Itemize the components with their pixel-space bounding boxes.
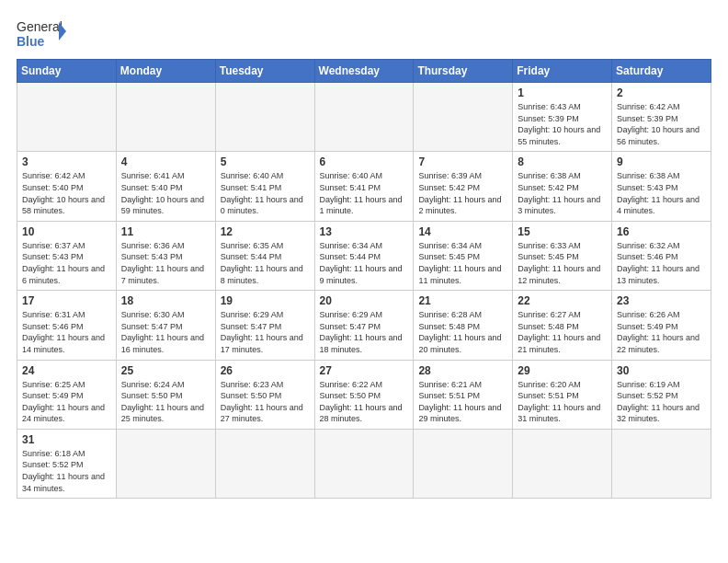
day-number: 25 <box>121 364 210 377</box>
day-info: Sunrise: 6:34 AM Sunset: 5:45 PM Dayligh… <box>418 240 507 286</box>
day-number: 3 <box>22 155 111 168</box>
page: General Blue SundayMondayTuesdayWednesda… <box>0 0 728 563</box>
calendar-day-cell: 14Sunrise: 6:34 AM Sunset: 5:45 PM Dayli… <box>414 221 513 290</box>
day-info: Sunrise: 6:23 AM Sunset: 5:50 PM Dayligh… <box>221 379 310 425</box>
calendar-day-cell: 20Sunrise: 6:29 AM Sunset: 5:47 PM Dayli… <box>314 291 414 360</box>
calendar-day-cell: 6Sunrise: 6:40 AM Sunset: 5:41 PM Daylig… <box>314 152 414 221</box>
day-info: Sunrise: 6:33 AM Sunset: 5:45 PM Dayligh… <box>518 240 607 286</box>
day-info: Sunrise: 6:29 AM Sunset: 5:47 PM Dayligh… <box>221 309 310 355</box>
day-info: Sunrise: 6:21 AM Sunset: 5:51 PM Dayligh… <box>418 379 507 425</box>
day-info: Sunrise: 6:43 AM Sunset: 5:39 PM Dayligh… <box>518 101 607 147</box>
calendar-day-cell <box>215 429 314 498</box>
day-number: 20 <box>320 294 409 307</box>
day-info: Sunrise: 6:38 AM Sunset: 5:43 PM Dayligh… <box>617 170 706 216</box>
day-info: Sunrise: 6:38 AM Sunset: 5:42 PM Dayligh… <box>518 170 607 216</box>
day-number: 30 <box>617 364 706 377</box>
calendar-day-cell: 9Sunrise: 6:38 AM Sunset: 5:43 PM Daylig… <box>612 152 711 221</box>
day-number: 31 <box>22 433 111 446</box>
calendar-day-cell: 10Sunrise: 6:37 AM Sunset: 5:43 PM Dayli… <box>17 221 117 290</box>
calendar-day-cell <box>116 83 215 152</box>
day-number: 1 <box>518 86 607 99</box>
calendar-week-row: 24Sunrise: 6:25 AM Sunset: 5:49 PM Dayli… <box>17 360 711 429</box>
calendar-day-cell: 23Sunrise: 6:26 AM Sunset: 5:49 PM Dayli… <box>612 291 711 360</box>
day-info: Sunrise: 6:18 AM Sunset: 5:52 PM Dayligh… <box>22 448 111 494</box>
day-number: 16 <box>617 225 706 238</box>
header: General Blue <box>17 17 711 50</box>
calendar-header-cell: Saturday <box>612 60 711 83</box>
day-number: 15 <box>518 225 607 238</box>
day-number: 19 <box>221 294 310 307</box>
calendar-day-cell: 31Sunrise: 6:18 AM Sunset: 5:52 PM Dayli… <box>17 429 117 498</box>
calendar-day-cell <box>314 429 414 498</box>
calendar-day-cell: 30Sunrise: 6:19 AM Sunset: 5:52 PM Dayli… <box>612 360 711 429</box>
calendar: SundayMondayTuesdayWednesdayThursdayFrid… <box>17 59 711 499</box>
day-number: 26 <box>221 364 310 377</box>
day-number: 4 <box>121 155 210 168</box>
day-info: Sunrise: 6:25 AM Sunset: 5:49 PM Dayligh… <box>22 379 111 425</box>
calendar-day-cell: 21Sunrise: 6:28 AM Sunset: 5:48 PM Dayli… <box>414 291 513 360</box>
calendar-day-cell <box>414 83 513 152</box>
day-info: Sunrise: 6:26 AM Sunset: 5:49 PM Dayligh… <box>617 309 706 355</box>
calendar-week-row: 17Sunrise: 6:31 AM Sunset: 5:46 PM Dayli… <box>17 291 711 360</box>
day-info: Sunrise: 6:42 AM Sunset: 5:40 PM Dayligh… <box>22 170 111 216</box>
day-info: Sunrise: 6:40 AM Sunset: 5:41 PM Dayligh… <box>320 170 409 216</box>
day-number: 10 <box>22 225 111 238</box>
calendar-day-cell <box>314 83 414 152</box>
day-info: Sunrise: 6:39 AM Sunset: 5:42 PM Dayligh… <box>418 170 507 216</box>
calendar-week-row: 31Sunrise: 6:18 AM Sunset: 5:52 PM Dayli… <box>17 429 711 498</box>
calendar-day-cell <box>513 429 612 498</box>
calendar-day-cell: 1Sunrise: 6:43 AM Sunset: 5:39 PM Daylig… <box>513 83 612 152</box>
day-number: 27 <box>320 364 409 377</box>
calendar-day-cell: 17Sunrise: 6:31 AM Sunset: 5:46 PM Dayli… <box>17 291 117 360</box>
day-info: Sunrise: 6:34 AM Sunset: 5:44 PM Dayligh… <box>320 240 409 286</box>
svg-marker-2 <box>59 22 66 40</box>
day-number: 29 <box>518 364 607 377</box>
day-number: 18 <box>121 294 210 307</box>
calendar-day-cell: 4Sunrise: 6:41 AM Sunset: 5:40 PM Daylig… <box>116 152 215 221</box>
day-info: Sunrise: 6:19 AM Sunset: 5:52 PM Dayligh… <box>617 379 706 425</box>
day-number: 17 <box>22 294 111 307</box>
calendar-header-cell: Tuesday <box>215 60 314 83</box>
day-number: 28 <box>418 364 507 377</box>
calendar-header-row: SundayMondayTuesdayWednesdayThursdayFrid… <box>17 60 711 83</box>
logo: General Blue <box>17 17 68 50</box>
calendar-week-row: 3Sunrise: 6:42 AM Sunset: 5:40 PM Daylig… <box>17 152 711 221</box>
calendar-day-cell: 7Sunrise: 6:39 AM Sunset: 5:42 PM Daylig… <box>414 152 513 221</box>
calendar-day-cell <box>215 83 314 152</box>
calendar-day-cell: 22Sunrise: 6:27 AM Sunset: 5:48 PM Dayli… <box>513 291 612 360</box>
day-number: 9 <box>617 155 706 168</box>
day-info: Sunrise: 6:40 AM Sunset: 5:41 PM Dayligh… <box>221 170 310 216</box>
calendar-day-cell: 29Sunrise: 6:20 AM Sunset: 5:51 PM Dayli… <box>513 360 612 429</box>
calendar-day-cell: 25Sunrise: 6:24 AM Sunset: 5:50 PM Dayli… <box>116 360 215 429</box>
day-info: Sunrise: 6:32 AM Sunset: 5:46 PM Dayligh… <box>617 240 706 286</box>
calendar-day-cell: 12Sunrise: 6:35 AM Sunset: 5:44 PM Dayli… <box>215 221 314 290</box>
day-info: Sunrise: 6:24 AM Sunset: 5:50 PM Dayligh… <box>121 379 210 425</box>
day-number: 5 <box>221 155 310 168</box>
day-info: Sunrise: 6:22 AM Sunset: 5:50 PM Dayligh… <box>320 379 409 425</box>
svg-text:Blue: Blue <box>17 34 45 49</box>
day-number: 2 <box>617 86 706 99</box>
day-number: 13 <box>320 225 409 238</box>
day-number: 8 <box>518 155 607 168</box>
logo-svg: General Blue <box>17 17 68 50</box>
calendar-header-cell: Wednesday <box>314 60 414 83</box>
svg-text:General: General <box>17 19 63 34</box>
day-number: 7 <box>418 155 507 168</box>
day-info: Sunrise: 6:41 AM Sunset: 5:40 PM Dayligh… <box>121 170 210 216</box>
calendar-header-cell: Sunday <box>17 60 117 83</box>
day-info: Sunrise: 6:27 AM Sunset: 5:48 PM Dayligh… <box>518 309 607 355</box>
calendar-day-cell: 5Sunrise: 6:40 AM Sunset: 5:41 PM Daylig… <box>215 152 314 221</box>
calendar-week-row: 1Sunrise: 6:43 AM Sunset: 5:39 PM Daylig… <box>17 83 711 152</box>
calendar-day-cell: 11Sunrise: 6:36 AM Sunset: 5:43 PM Dayli… <box>116 221 215 290</box>
calendar-day-cell: 16Sunrise: 6:32 AM Sunset: 5:46 PM Dayli… <box>612 221 711 290</box>
calendar-body: 1Sunrise: 6:43 AM Sunset: 5:39 PM Daylig… <box>17 83 711 499</box>
calendar-week-row: 10Sunrise: 6:37 AM Sunset: 5:43 PM Dayli… <box>17 221 711 290</box>
calendar-day-cell: 26Sunrise: 6:23 AM Sunset: 5:50 PM Dayli… <box>215 360 314 429</box>
day-info: Sunrise: 6:29 AM Sunset: 5:47 PM Dayligh… <box>320 309 409 355</box>
day-info: Sunrise: 6:31 AM Sunset: 5:46 PM Dayligh… <box>22 309 111 355</box>
day-number: 14 <box>418 225 507 238</box>
calendar-header-cell: Friday <box>513 60 612 83</box>
day-number: 23 <box>617 294 706 307</box>
day-number: 22 <box>518 294 607 307</box>
calendar-day-cell <box>414 429 513 498</box>
